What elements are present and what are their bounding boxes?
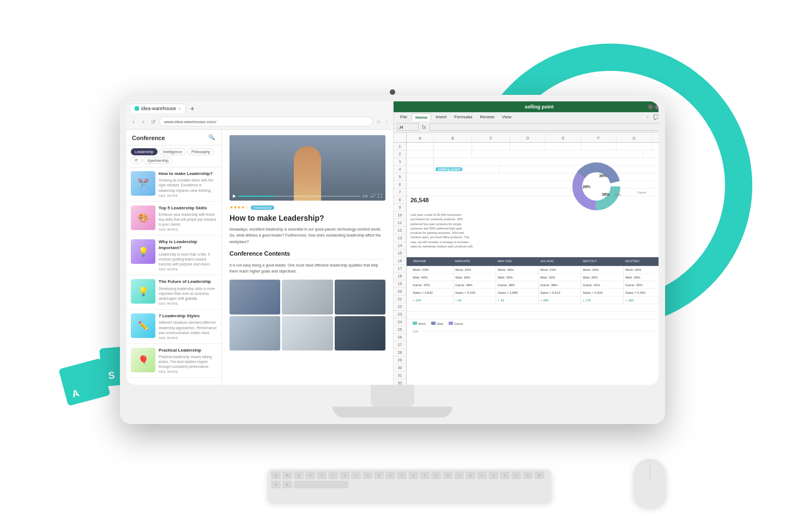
- col-H[interactable]: H: [652, 133, 659, 143]
- cell-A1[interactable]: [407, 143, 434, 150]
- cell-G1[interactable]: [617, 143, 652, 150]
- key-p[interactable]: P: [374, 471, 384, 479]
- cell-A2[interactable]: [407, 150, 434, 158]
- cell-stats[interactable]: 26,548: [407, 196, 472, 204]
- cell-jan-feb[interactable]: JAN'FEB: [411, 257, 454, 265]
- col-E[interactable]: E: [546, 133, 581, 143]
- key-x[interactable]: X: [500, 471, 510, 479]
- url-bar[interactable]: www.idea-warehouse.com/: [159, 117, 373, 126]
- cell-delta-novdec[interactable]: + 295: [624, 297, 659, 304]
- cell-web-julaug[interactable]: Web: 32%: [539, 274, 581, 281]
- key-q[interactable]: Q: [271, 471, 281, 479]
- key-v[interactable]: V: [523, 471, 533, 479]
- key-j[interactable]: J: [454, 471, 464, 479]
- cell-delta-sepoct[interactable]: + 176: [581, 297, 624, 304]
- cell-game-novdec[interactable]: Game: 32%: [624, 281, 659, 289]
- see-more-3[interactable]: SEE MORE: [159, 302, 217, 305]
- cell-work-sepoct[interactable]: Work: 24%: [581, 266, 624, 274]
- cell-work-julaug[interactable]: Work: 23%: [539, 266, 581, 274]
- cell-may-jun[interactable]: MAY'JUN: [496, 257, 539, 265]
- key-l[interactable]: L: [477, 471, 487, 479]
- key-b[interactable]: B: [534, 471, 544, 479]
- key-d[interactable]: D: [408, 471, 418, 479]
- cell-A4[interactable]: [407, 166, 434, 173]
- minimize-button[interactable]: −: [648, 104, 653, 110]
- tab-review[interactable]: Review: [476, 113, 497, 121]
- key-f[interactable]: F: [420, 471, 430, 479]
- key-w[interactable]: W: [282, 471, 292, 479]
- forward-button[interactable]: ›: [140, 118, 147, 125]
- cell-delta-mayjun[interactable]: + 43: [496, 297, 539, 304]
- cell-delta-marapr[interactable]: + 82: [454, 297, 496, 304]
- key-z[interactable]: Z: [488, 471, 498, 479]
- cell-web-janfeb[interactable]: Web: 40%: [411, 274, 454, 281]
- tab-file[interactable]: File: [397, 113, 410, 121]
- search-icon[interactable]: 🔍: [208, 134, 216, 142]
- key-n[interactable]: N: [271, 481, 281, 488]
- settings-icon[interactable]: ⋮: [383, 118, 390, 125]
- cell-work-marapr[interactable]: Work: 25%: [454, 266, 496, 274]
- list-item[interactable]: 🎨 Top 5 Leadership Skills Enhance your l…: [126, 202, 221, 236]
- key-t[interactable]: T: [317, 471, 327, 479]
- key-space[interactable]: [294, 481, 348, 488]
- tab-formulas[interactable]: Formulas: [451, 113, 475, 121]
- new-tab-button[interactable]: +: [188, 104, 197, 112]
- cell-game-marapr[interactable]: Game: 39%: [454, 281, 496, 289]
- cell-B4[interactable]: selling point: [434, 166, 499, 173]
- cell-web-marapr[interactable]: Web: 36%: [454, 274, 496, 281]
- list-item[interactable]: ✂️ How to make Leadership? Growing as a …: [126, 167, 221, 202]
- cell-game-julaug[interactable]: Game: 38%: [539, 281, 581, 289]
- tab-home[interactable]: Home: [412, 113, 431, 121]
- tag-philosophy[interactable]: Philosophy: [188, 148, 214, 155]
- key-g[interactable]: G: [431, 471, 441, 479]
- cell-web-novdec[interactable]: Web: 39%: [624, 274, 659, 281]
- cell-F1[interactable]: [581, 143, 617, 150]
- col-F[interactable]: F: [581, 133, 617, 143]
- cell-mar-apr[interactable]: MAR'APR: [454, 257, 496, 265]
- maximize-button[interactable]: □: [655, 104, 659, 110]
- cell-work-novdec[interactable]: Work: 29%: [624, 266, 659, 274]
- fullscreen-icon[interactable]: ⛶: [378, 194, 382, 198]
- list-item[interactable]: 🎈 Practical Leadership Practical leaders…: [126, 344, 221, 378]
- tab-view[interactable]: View: [499, 113, 515, 121]
- cell-empty-22[interactable]: [407, 250, 659, 257]
- tab-insert[interactable]: Insert: [432, 113, 450, 121]
- col-C[interactable]: C: [472, 133, 510, 143]
- see-more-2[interactable]: SEE MORE: [159, 268, 217, 271]
- key-u[interactable]: U: [340, 471, 349, 479]
- key-y[interactable]: Y: [328, 471, 338, 479]
- cell-H1[interactable]: [652, 143, 659, 150]
- key-i[interactable]: I: [351, 471, 361, 479]
- list-item[interactable]: ✏️ 7 Leadership Styles Different situati…: [126, 310, 221, 344]
- cell-D1[interactable]: [510, 143, 546, 150]
- play-button-icon[interactable]: ▶: [233, 194, 236, 198]
- cell-jul-aug[interactable]: JUL'AUG: [539, 257, 581, 265]
- hero-video[interactable]: ▶ 2:37 🔊 ⛶: [230, 135, 385, 201]
- back-button[interactable]: ‹: [130, 118, 137, 125]
- cell-sales-novdec[interactable]: Sales = 5,453: [624, 289, 659, 297]
- bookmark-icon[interactable]: ☆: [375, 118, 382, 125]
- cell-work-mayjun[interactable]: Work: 26%: [496, 266, 539, 274]
- cell-sep-oct[interactable]: SEP'OCT: [581, 257, 624, 265]
- cell-stat-desc[interactable]: Last year, a total of 26,548 consumers p…: [407, 211, 478, 250]
- formula-input-bar[interactable]: [430, 123, 659, 131]
- cell-30[interactable]: [407, 312, 659, 319]
- key-m[interactable]: M: [282, 481, 292, 488]
- key-h[interactable]: H: [443, 471, 452, 479]
- cell-B2[interactable]: [434, 150, 472, 158]
- see-more-1[interactable]: SEE MORE: [159, 228, 217, 231]
- key-s-row2[interactable]: S: [397, 471, 407, 479]
- cell-game-sepoct[interactable]: Game: 41%: [581, 281, 624, 289]
- cell-game-mayjun[interactable]: Game: 39%: [496, 281, 539, 289]
- excel-share-icon[interactable]: ↑: [644, 114, 651, 120]
- see-more-4[interactable]: SEE MORE: [159, 336, 217, 340]
- cell-sales-julaug[interactable]: Sales = 5,612: [539, 289, 581, 297]
- see-more-5[interactable]: SEE MORE: [159, 370, 217, 373]
- tab-close-btn[interactable]: ×: [178, 106, 181, 111]
- mouse[interactable]: [633, 459, 666, 507]
- cell-29[interactable]: [407, 304, 659, 312]
- cell-sales-mayjun[interactable]: Sales = 3,886: [496, 289, 539, 297]
- cell-B1[interactable]: [434, 143, 472, 150]
- cell-nov-dec[interactable]: NOV'DEC: [624, 257, 659, 265]
- cell-delta-julaug[interactable]: + 383: [539, 297, 581, 304]
